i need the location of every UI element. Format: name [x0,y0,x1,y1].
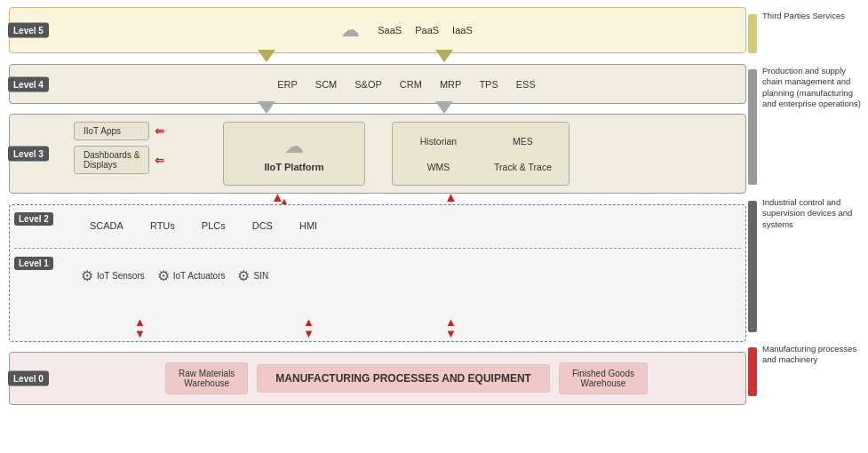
dashboards-label: Dashboards &Displays [84,150,139,170]
tri-arrow-2 [435,50,453,62]
level0-row: Level 0 Raw MaterialsWarehouse MANUFACTU… [9,352,746,405]
dn-arr-r: ▼ [445,328,457,339]
level5-content: ☁ SaaS PaaS IaaS [72,8,741,52]
gear-icon-1: ⚙ [81,267,93,284]
right-label-text-1: Third Parties Services [762,11,845,21]
right-label-text-2: Production and supply chain management a… [762,66,864,109]
iiot-platform-label: IIoT Platform [264,162,323,172]
level2-tag: Level 2 [14,212,53,226]
track-trace-label: Track & Trace [494,162,552,172]
erp-label: ERP [277,79,298,90]
right-label-4: Manufacturing processes and machinery [748,340,864,402]
mes-label: MES [513,136,533,147]
iot-actuators-label: IoT Actuators [173,271,226,281]
level0-tag: Level 0 [8,371,49,386]
tri-arrow-3 [258,101,275,114]
sin-label: SIN [253,271,268,281]
level0-content: Raw MaterialsWarehouse MANUFACTURING PRO… [72,353,741,404]
level4-tag: Level 4 [8,76,49,91]
scada-label: SCADA [90,220,123,231]
right-label-text-3: Industrial control and supervision devic… [762,197,864,230]
level4-content: ERP SCM S&OP CRM MRP TPS ESS [72,65,741,103]
right-bar-darkgray [748,201,757,332]
gear-icon-3: ⚙ [237,267,250,284]
iaas-label: IaaS [452,25,473,36]
tri-arrow-4 [435,101,453,114]
level3-left: IIoT Apps ⇐ Dashboards &Displays ⇐ [74,122,149,174]
main-area: Level 5 ☁ SaaS PaaS IaaS Level 4 ERP SCM… [9,7,746,444]
hmi-label: HMI [299,220,317,231]
level5-row: Level 5 ☁ SaaS PaaS IaaS [9,7,746,53]
raw-materials-label: Raw MaterialsWarehouse [179,369,235,388]
sin-group: ⚙ SIN [237,267,268,284]
iot-sensors-group: ⚙ IoT Sensors [81,267,145,284]
paas-label: PaaS [415,25,439,36]
sop-label: S&OP [354,79,382,90]
cloud-icon: ☁ [340,19,360,42]
iiot-platform-box: ☁ IIoT Platform [223,122,365,186]
scm-label: SCM [315,79,337,90]
right-label-1: Third Parties Services [748,7,864,62]
dn-arr-l: ▼ [134,328,146,339]
v-arrows-mid: ▲ ▼ [303,316,315,339]
dcs-label: DCS [252,220,273,231]
diagram-container: Level 5 ☁ SaaS PaaS IaaS Level 4 ERP SCM… [0,0,868,453]
level5-tag: Level 5 [8,23,49,38]
raw-materials-box: Raw MaterialsWarehouse [165,362,248,394]
iiot-apps-box: IIoT Apps ⇐ [74,122,149,140]
historian-area: Historian MES WMS Track & Trace [392,122,569,186]
right-label-3: Industrial control and supervision devic… [748,194,864,340]
tps-label: TPS [479,79,498,90]
level3-row: Level 3 IIoT Apps ⇐ Dashboards &Displays… [9,114,746,194]
level1-tag: Level 1 [14,257,53,270]
tri-arrow-1 [258,50,275,62]
right-label-text-4: Manufacturing processes and machinery [762,344,864,366]
plcs-label: PLCs [202,220,226,231]
iot-sensors-label: IoT Sensors [97,271,145,281]
dashboards-arrow: ⇐ [155,154,164,167]
level4-row: Level 4 ERP SCM S&OP CRM MRP TPS ESS [9,64,746,104]
saas-label: SaaS [378,25,402,36]
ess-label: ESS [516,79,536,90]
rtus-label: RTUs [150,220,175,231]
level2-content: SCADA RTUs PLCs DCS HMI [72,209,741,242]
manufacturing-label: MANUFACTURING PROCESSES AND EQUIPMENT [275,372,531,385]
v-arrows-right: ▲ ▼ [445,316,457,339]
crm-label: CRM [400,79,422,90]
level3-tag: Level 3 [8,147,49,162]
right-labels-panel: Third Parties Services Production and su… [748,7,864,444]
dashboards-box: Dashboards &Displays ⇐ [74,146,149,174]
historian-label: Historian [420,136,457,147]
level21-area: Level 2 SCADA RTUs PLCs DCS HMI Level 1 … [9,204,746,342]
iiot-platform-cloud: ☁ [284,135,304,158]
right-bar-gray [748,69,757,185]
v-arrows-left: ▲ ▼ [134,316,146,339]
right-bar-yellow [748,14,757,53]
level1-content: ⚙ IoT Sensors ⚙ IoT Actuators ⚙ SIN [72,254,741,297]
dn-arr-m: ▼ [303,328,315,339]
manufacturing-box: MANUFACTURING PROCESSES AND EQUIPMENT [257,364,550,393]
iot-actuators-group: ⚙ IoT Actuators [157,267,226,284]
right-label-2: Production and supply chain management a… [748,62,864,194]
level21-separator [14,248,741,249]
mrp-label: MRP [440,79,461,90]
iiot-apps-arrow: ⇐ [155,124,164,138]
finished-goods-label: Finished GoodsWarehouse [572,369,634,388]
iiot-apps-label: IIoT Apps [84,126,121,136]
right-bar-red [748,347,757,396]
finished-goods-box: Finished GoodsWarehouse [559,362,648,394]
wms-label: WMS [427,162,450,172]
gear-icon-2: ⚙ [157,267,170,284]
